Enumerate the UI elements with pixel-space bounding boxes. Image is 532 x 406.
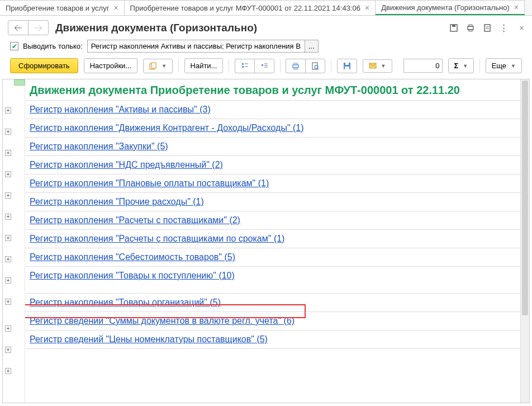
find-button[interactable]: Найти... (184, 58, 224, 73)
register-row: Регистр сведений "Суммы документов в вал… (25, 312, 520, 331)
register-row: Регистр сведений "Цены номенклатуры пост… (25, 331, 520, 349)
register-link[interactable]: Регистр накопления "Закупки" (5) (30, 141, 168, 151)
register-row: Регистр накопления "Закупки" (5) (25, 138, 520, 156)
register-link[interactable]: Регистр накопления "Себестоимость товаро… (30, 252, 235, 262)
expand-icon[interactable]: + (5, 325, 11, 332)
tab-3-label: Движения документа (Горизонтально) (381, 3, 510, 12)
register-link[interactable]: Регистр накопления "Прочие расходы" (1) (30, 197, 204, 206)
svg-rect-10 (242, 63, 244, 65)
filter-row: ✔ Выводить только: ... (0, 37, 532, 55)
tab-2[interactable]: Приобретение товаров и услуг МФУТ-000001… (125, 0, 376, 15)
scrollbar-thumb[interactable] (522, 81, 528, 315)
more-button[interactable]: Еще▼ (486, 58, 522, 73)
register-row: Регистр накопления "НДС предъявленный" (… (25, 156, 520, 174)
svg-rect-25 (345, 63, 349, 65)
svg-rect-2 (468, 26, 473, 30)
page-title: Движения документа (Горизонтально) (55, 22, 443, 34)
close-icon[interactable]: × (365, 3, 369, 12)
expand-icon[interactable]: + (5, 347, 11, 353)
register-link[interactable]: Регистр накопления "НДС предъявленный" (… (30, 160, 223, 169)
filter-checkbox[interactable]: ✔ (10, 42, 18, 50)
save-file-button[interactable] (337, 59, 357, 73)
expand-icon[interactable]: + (5, 171, 11, 177)
mail-button[interactable]: ▼ (363, 59, 392, 73)
filter-input[interactable] (87, 40, 305, 53)
register-link[interactable]: Регистр сведений "Суммы документов в вал… (30, 316, 294, 325)
expand-all-button[interactable] (235, 59, 254, 73)
register-row: Регистр накопления "Плановые оплаты пост… (25, 174, 520, 193)
register-row: Регистр накопления "Товары к поступлению… (25, 267, 520, 294)
settings-button[interactable]: Настройки... (84, 58, 138, 73)
svg-rect-14 (262, 64, 263, 66)
svg-rect-26 (345, 67, 349, 69)
svg-rect-5 (484, 25, 490, 31)
expand-icon[interactable]: + (5, 235, 11, 241)
back-button[interactable]: 🡠 (8, 21, 28, 35)
gutter-strip[interactable] (14, 79, 25, 86)
sum-button[interactable]: Σ▼ (448, 58, 474, 73)
report-title: Движения документа Приобретение товаров … (25, 79, 520, 101)
tab-3[interactable]: Движения документа (Горизонтально) × (376, 0, 525, 15)
expand-icon[interactable]: + (5, 256, 11, 262)
tab-2-label: Приобретение товаров и услуг МФУТ-000001… (130, 4, 360, 12)
expand-icon[interactable]: + (5, 150, 11, 156)
expand-icon[interactable]: + (5, 192, 11, 199)
close-icon[interactable]: × (514, 3, 519, 12)
register-link[interactable]: Регистр сведений "Цены номенклатуры пост… (30, 334, 268, 344)
tab-bar: Приобретение товаров и услуг × Приобрете… (0, 0, 532, 16)
tab-1-label: Приобретение товаров и услуг (6, 4, 109, 12)
register-row: Регистр накопления "Товары организаций" … (25, 294, 520, 312)
forward-button[interactable]: 🡢 (28, 21, 48, 35)
document-icon[interactable] (483, 23, 492, 32)
register-link[interactable]: Регистр накопления "Движения Контрагент … (30, 123, 304, 133)
close-icon[interactable]: × (113, 3, 118, 12)
tab-1[interactable]: Приобретение товаров и услуг × (0, 0, 125, 15)
expand-icon[interactable]: + (5, 214, 11, 220)
collapse-all-button[interactable] (254, 59, 274, 73)
expand-icon[interactable]: + (5, 368, 11, 374)
svg-rect-3 (469, 25, 472, 26)
number-input[interactable] (403, 59, 443, 73)
expand-icon[interactable]: + (5, 277, 11, 284)
generate-button[interactable]: Сформировать (10, 58, 78, 73)
register-link[interactable]: Регистр накопления "Товары организаций" … (30, 298, 221, 307)
preview-button[interactable] (305, 59, 325, 73)
register-row: Регистр накопления "Прочие расходы" (1) (25, 193, 520, 211)
print-button[interactable] (286, 59, 305, 73)
expand-icon[interactable]: + (5, 107, 11, 114)
report-content: Движения документа Приобретение товаров … (25, 79, 520, 403)
toolbar: Сформировать Настройки... ▼ Найти... ▼ Σ… (0, 55, 532, 77)
register-row: Регистр накопления "Движения Контрагент … (25, 119, 520, 138)
expand-icon[interactable]: + (5, 299, 11, 305)
header-actions: ⋮ × (449, 23, 524, 33)
menu-icon[interactable]: ⋮ (500, 23, 508, 33)
svg-rect-9 (151, 63, 156, 68)
print-icon[interactable] (466, 23, 475, 32)
svg-rect-1 (452, 25, 455, 27)
report-area: + + + + + + + + + + + + + Движения докум… (2, 79, 530, 403)
register-row: Регистр накопления "Расчеты с поставщика… (25, 230, 520, 248)
svg-rect-20 (294, 68, 297, 69)
header: 🡠 🡢 Движения документа (Горизонтально) ⋮… (0, 16, 532, 37)
register-row: Регистр накопления "Себестоимость товаро… (25, 248, 520, 267)
register-row: Регистр накопления "Расчеты с поставщика… (25, 211, 520, 230)
filter-more-button[interactable]: ... (305, 40, 319, 53)
svg-rect-4 (469, 30, 472, 31)
close-icon[interactable]: × (519, 23, 524, 32)
outline-gutter: + + + + + + + + + + + + + (3, 79, 25, 403)
register-row: Регистр накопления "Активы и пассивы" (3… (25, 101, 520, 119)
save-icon[interactable] (449, 23, 458, 32)
expand-icon[interactable]: + (5, 129, 11, 135)
register-link[interactable]: Регистр накопления "Плановые оплаты пост… (30, 178, 269, 188)
register-link[interactable]: Регистр накопления "Расчеты с поставщика… (30, 215, 240, 225)
vertical-scrollbar[interactable] (520, 79, 529, 403)
register-link[interactable]: Регистр накопления "Расчеты с поставщика… (30, 234, 284, 243)
register-link[interactable]: Регистр накопления "Товары к поступлению… (30, 271, 235, 280)
filter-label: Выводить только: (23, 42, 83, 50)
svg-rect-19 (294, 63, 297, 65)
nav-arrows: 🡠 🡢 (8, 20, 49, 35)
copy-button[interactable]: ▼ (143, 59, 173, 73)
svg-rect-18 (293, 65, 298, 68)
register-link[interactable]: Регистр накопления "Активы и пассивы" (3… (30, 105, 211, 114)
svg-rect-11 (242, 66, 244, 68)
